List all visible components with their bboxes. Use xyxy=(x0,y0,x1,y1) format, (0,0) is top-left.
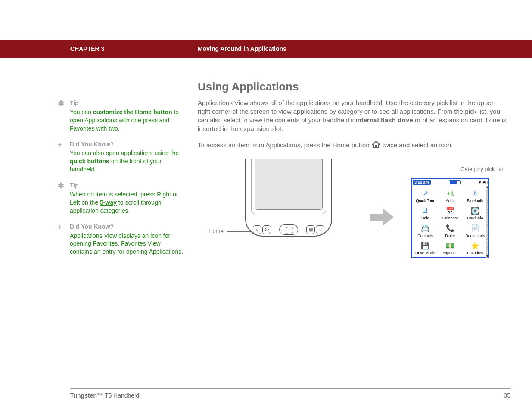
device-illustration: ⌂ ⏻ ▦ ▭ xyxy=(245,159,332,247)
chapter-header: CHAPTER 3 Moving Around in Applications xyxy=(0,40,532,58)
app-contacts[interactable]: 📇Contacts xyxy=(413,222,438,240)
app-label: Expense xyxy=(442,251,457,255)
home-icon xyxy=(372,141,380,150)
app-icon: ⭐ xyxy=(470,241,480,250)
scroll-bar[interactable] xyxy=(486,186,488,258)
app-label: Quick Tour xyxy=(416,199,435,203)
app-label: Card Info xyxy=(467,216,483,220)
sidebar-text: Applications View displays an icon for o… xyxy=(70,232,184,256)
plus-icon: + xyxy=(55,140,70,174)
product-name: Tungsten™ T5 Handheld xyxy=(70,392,139,399)
figure-area: Home ⌂ ⏻ ▦ ▭ Category pick list xyxy=(198,159,508,271)
sidebar-text: You can customize the Home button to ope… xyxy=(70,108,184,133)
chapter-number: CHAPTER 3 xyxy=(70,45,104,52)
main-content: Using Applications Applications View sho… xyxy=(198,80,508,271)
app-documents[interactable]: 📄Documents xyxy=(463,222,488,240)
app-label: Favorites xyxy=(467,251,483,255)
palm-screenshot: 3:52 am ▾ All ↗Quick Tour+itAddit⚛Blueto… xyxy=(411,178,489,258)
home-button-icon: ⌂ xyxy=(253,225,261,234)
app-calc[interactable]: 🖩Calc xyxy=(413,204,438,222)
sidebar-heading: Did You Know? xyxy=(70,223,184,231)
app-addit[interactable]: +itAddit xyxy=(438,187,463,205)
app-icon: 📇 xyxy=(420,224,430,233)
app-icon: ⚛ xyxy=(470,189,480,198)
app-icon: 💵 xyxy=(445,241,455,250)
app-icon: 💾 xyxy=(420,241,430,250)
palm-time: 3:52 am xyxy=(413,180,431,185)
sidebar-block: +Did You Know?You can also open applicat… xyxy=(55,140,184,174)
asterisk-icon: ✱ xyxy=(55,99,70,133)
sidebar-link[interactable]: 5-way xyxy=(100,199,117,206)
sidebar-text: You can also open applications using the… xyxy=(70,149,184,174)
app-label: Calc xyxy=(421,216,429,220)
calendar-button-icon: ▦ xyxy=(306,225,315,234)
sidebar-block: ✱TipWhen no item is selected, press Righ… xyxy=(55,181,184,215)
app-calendar[interactable]: 📅Calendar xyxy=(438,204,463,222)
app-drive-mode[interactable]: 💾Drive Mode xyxy=(413,239,438,257)
sidebar-link[interactable]: quick buttons xyxy=(70,158,109,165)
app-label: Addit xyxy=(446,199,455,203)
app-label: Documents xyxy=(465,234,485,238)
app-icon: 🖩 xyxy=(420,206,430,215)
app-favorites[interactable]: ⭐Favorites xyxy=(463,239,488,257)
app-icon: 📅 xyxy=(445,206,455,215)
chapter-title: Moving Around in Applications xyxy=(198,45,286,52)
app-quick-tour[interactable]: ↗Quick Tour xyxy=(413,187,438,205)
plus-icon: + xyxy=(55,223,70,256)
app-label: Dialer xyxy=(445,234,455,238)
category-label: Category pick list xyxy=(460,166,503,172)
device-buttons: ⌂ ⏻ ▦ ▭ xyxy=(253,224,324,235)
home-label: Home xyxy=(208,228,224,234)
category-value: All xyxy=(482,180,488,184)
app-label: Bluetooth xyxy=(467,199,483,203)
sidebar-block: ✱TipYou can customize the Home button to… xyxy=(55,99,184,133)
footer: Tungsten™ T5 Handheld 35 xyxy=(0,388,532,399)
app-icon: ↗ xyxy=(420,189,430,198)
device-screen xyxy=(255,159,323,210)
section-heading: Using Applications xyxy=(198,80,508,93)
app-bluetooth[interactable]: ⚛Bluetooth xyxy=(463,187,488,205)
app-icon: +it xyxy=(445,189,455,198)
folder-button-icon: ▭ xyxy=(316,225,324,234)
sidebar-link[interactable]: customize the Home button xyxy=(93,109,172,115)
app-label: Contacts xyxy=(417,234,433,238)
sidebar-heading: Tip xyxy=(70,181,184,190)
arrow-icon xyxy=(370,209,394,227)
page-number: 35 xyxy=(504,392,510,399)
sidebar-block: +Did You Know?Applications View displays… xyxy=(55,223,184,256)
intro-paragraph: Applications View shows all of the appli… xyxy=(198,99,508,133)
app-expense[interactable]: 💵Expense xyxy=(438,239,463,257)
app-icon: 💽 xyxy=(470,206,480,215)
app-label: Calendar xyxy=(442,216,458,220)
nav-button xyxy=(279,224,298,235)
dropdown-arrow-icon: ▾ xyxy=(479,180,481,184)
sidebar-heading: Did You Know? xyxy=(70,140,184,149)
asterisk-icon: ✱ xyxy=(55,181,70,215)
sidebar-text: When no item is selected, press Right or… xyxy=(70,190,184,215)
app-card-info[interactable]: 💽Card Info xyxy=(463,204,488,222)
category-pick-list[interactable]: ▾ All xyxy=(479,180,488,184)
app-dialer[interactable]: 📞Dialer xyxy=(438,222,463,240)
app-label: Drive Mode xyxy=(415,251,435,255)
app-icon: 📞 xyxy=(445,224,455,233)
sidebar-heading: Tip xyxy=(70,99,184,107)
internal-flash-link[interactable]: internal flash drive xyxy=(355,116,413,124)
app-icon: 📄 xyxy=(470,224,480,233)
apps-grid: ↗Quick Tour+itAddit⚛Bluetooth🖩Calc📅Calen… xyxy=(412,186,488,258)
palm-status-bar: 3:52 am ▾ All xyxy=(412,179,488,186)
access-paragraph: To access an item from Applications, pre… xyxy=(198,141,508,150)
power-button-icon: ⏻ xyxy=(262,225,271,234)
battery-icon xyxy=(449,180,461,184)
sidebar: ✱TipYou can customize the Home button to… xyxy=(55,99,184,264)
